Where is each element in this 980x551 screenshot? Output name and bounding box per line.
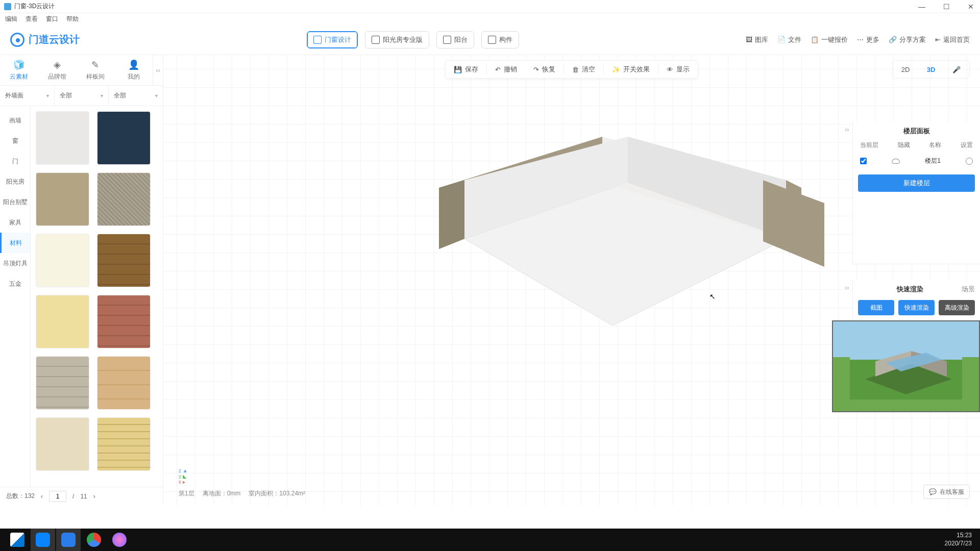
tab-template[interactable]: ✎样板间 [77, 55, 115, 85]
tool-clear[interactable]: 🗑清空 [564, 61, 603, 78]
material-swatch[interactable] [36, 356, 89, 410]
menu-window[interactable]: 窗口 [46, 15, 58, 23]
material-swatch[interactable] [97, 111, 151, 165]
undo-icon: ↶ [495, 66, 501, 73]
room-model[interactable] [408, 121, 827, 377]
material-swatch[interactable] [36, 295, 89, 348]
tool-label: 撤销 [504, 65, 517, 74]
category-画墙[interactable]: 画墙 [0, 110, 30, 131]
action-gallery[interactable]: 🖼图库 [746, 35, 768, 44]
window-maximize[interactable]: ☐ [941, 3, 951, 11]
action-label: 分享方案 [899, 35, 926, 44]
taskbar-chrome[interactable] [82, 529, 106, 551]
material-swatch[interactable] [36, 111, 89, 165]
view-2d[interactable]: 2D [893, 61, 918, 78]
category-窗[interactable]: 窗 [0, 131, 30, 151]
page-input[interactable] [49, 491, 66, 502]
action-share[interactable]: 🔗分享方案 [889, 35, 926, 44]
window-close[interactable]: ✕ [966, 3, 976, 11]
action-home[interactable]: ⇤返回首页 [935, 35, 970, 44]
taskbar-app-1[interactable] [31, 529, 55, 551]
tool-display[interactable]: 👁显示 [658, 61, 698, 78]
pagination: 总数：132 ‹ / 11 › [0, 487, 163, 505]
category-门[interactable]: 门 [0, 151, 30, 171]
action-file[interactable]: 📄文件 [777, 35, 801, 44]
app-logo[interactable]: 门道云设计 [10, 33, 80, 47]
window-minimize[interactable]: — [917, 3, 927, 11]
menu-view[interactable]: 查看 [26, 15, 38, 23]
col-name: 名称 [929, 141, 941, 149]
system-tray[interactable]: 15:23 2020/7/23 [945, 532, 975, 547]
floor-name: 楼层1 [925, 157, 941, 165]
canvas-3d-viewport[interactable]: 💾保存 ↶撤销 ↷恢复 🗑清空 ✨开关效果 👁显示 2D 3D 🎤 z ▲y ◣… [163, 55, 980, 505]
material-swatch[interactable] [97, 172, 151, 226]
material-swatch[interactable] [36, 234, 89, 287]
action-quote[interactable]: 📋一键报价 [811, 35, 848, 44]
total-count: 总数：132 [6, 492, 35, 500]
view-mic[interactable]: 🎤 [944, 61, 969, 78]
cursor-icon: ↖ [709, 292, 716, 300]
tab-mine[interactable]: 👤我的 [114, 55, 153, 85]
tool-undo[interactable]: ↶撤销 [487, 61, 525, 78]
filter-all-1[interactable]: 全部▾ [55, 86, 109, 106]
btn-quick-render[interactable]: 快速渲染 [898, 300, 935, 315]
tab-cloud-material[interactable]: 🧊云素材 [0, 55, 38, 85]
page-next[interactable]: › [93, 493, 95, 500]
render-scene-link[interactable]: 场景 [962, 285, 975, 294]
tab-brand[interactable]: ◈品牌馆 [38, 55, 77, 85]
material-swatch[interactable] [97, 234, 151, 287]
component-icon [488, 36, 496, 44]
axis-gizmo: z ▲y ◣x ▸ [179, 468, 188, 485]
floor-row[interactable]: 楼层1 [858, 155, 975, 167]
new-floor-button[interactable]: 新建楼层 [858, 174, 975, 192]
material-swatch[interactable] [97, 295, 151, 348]
floor-panel-title: 楼层面板 [858, 127, 975, 136]
material-swatch[interactable] [97, 417, 151, 471]
eye-icon[interactable] [892, 159, 900, 164]
category-材料[interactable]: 材料 [0, 233, 30, 253]
btn-screenshot[interactable]: 截图 [858, 300, 894, 315]
btn-advanced-render[interactable]: 高级渲染 [939, 300, 975, 315]
page-prev[interactable]: ‹ [41, 493, 43, 500]
collapse-render-panel[interactable]: ›› [845, 284, 849, 291]
view-mode-toggle: 2D 3D 🎤 [892, 60, 970, 79]
collapse-floor-panel[interactable]: ›› [845, 126, 849, 133]
category-家具[interactable]: 家具 [0, 212, 30, 233]
view-3d[interactable]: 3D [918, 61, 944, 78]
category-五金[interactable]: 五金 [0, 273, 30, 294]
filter-category[interactable]: 外墙面▾ [0, 86, 55, 106]
start-button[interactable] [5, 529, 30, 551]
render-preview[interactable] [832, 320, 980, 412]
online-support-button[interactable]: 💬 在线客服 [923, 485, 970, 499]
tool-redo[interactable]: ↷恢复 [525, 61, 564, 78]
mode-balcony[interactable]: 阳台 [436, 31, 474, 48]
taskbar-app-3[interactable] [107, 529, 132, 551]
tool-label: 开关效果 [623, 65, 650, 74]
gear-icon[interactable] [966, 158, 973, 165]
mode-component[interactable]: 构件 [481, 31, 519, 48]
menu-help[interactable]: 帮助 [66, 15, 79, 23]
floor-current-checkbox[interactable] [860, 158, 867, 164]
save-icon: 💾 [454, 66, 462, 73]
mode-sunroom[interactable]: 阳光房专业版 [365, 31, 429, 48]
action-more[interactable]: ⋯更多 [857, 35, 879, 44]
material-swatch[interactable] [36, 172, 89, 226]
tool-effects[interactable]: ✨开关效果 [604, 61, 658, 78]
menu-edit[interactable]: 编辑 [5, 15, 17, 23]
material-swatch[interactable] [97, 356, 151, 410]
category-阳台别墅[interactable]: 阳台别墅 [0, 192, 30, 212]
tab-label: 样板间 [86, 72, 105, 81]
category-阳光房[interactable]: 阳光房 [0, 171, 30, 192]
tool-save[interactable]: 💾保存 [446, 61, 486, 78]
mode-label: 阳光房专业版 [383, 35, 423, 44]
category-吊顶灯具[interactable]: 吊顶灯具 [0, 253, 30, 273]
chat-icon: 💬 [929, 488, 937, 495]
mode-door-window[interactable]: 门窗设计 [307, 31, 358, 48]
clock-time: 15:23 [945, 532, 972, 540]
material-swatch[interactable] [36, 417, 89, 471]
os-titlebar: 门窗-3D云设计 — ☐ ✕ [0, 0, 980, 13]
collapse-left-panel[interactable]: ‹‹ [153, 55, 163, 85]
filter-all-2[interactable]: 全部▾ [109, 86, 163, 106]
taskbar-app-2[interactable] [56, 529, 81, 551]
chevron-down-icon: ▾ [46, 93, 49, 98]
